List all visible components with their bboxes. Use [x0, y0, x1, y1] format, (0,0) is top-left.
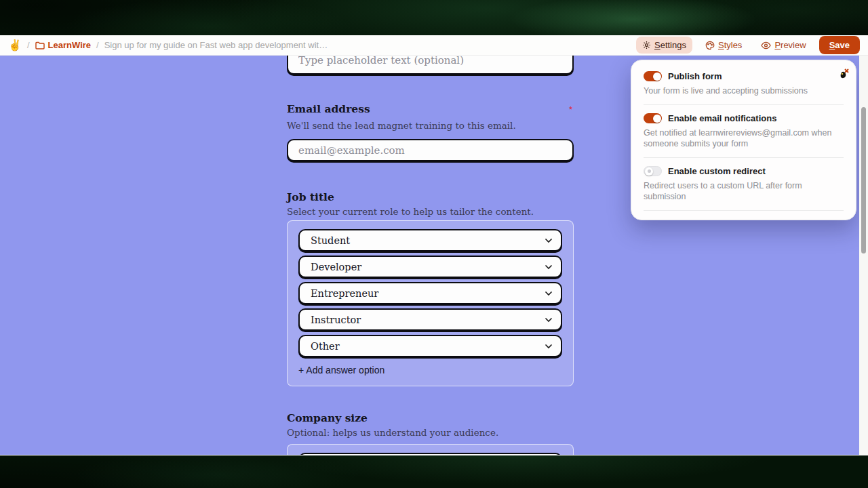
folder-icon [35, 41, 45, 49]
option-label: Student [311, 235, 545, 246]
email-field-help: We'll send the lead magnet training to t… [287, 120, 516, 131]
chevron-down-icon [545, 291, 553, 296]
app-viewport: ✌ / LearnWire / Sign up for my guide on … [0, 35, 868, 455]
email-notifications-row: Enable email notifications Get notified … [644, 113, 844, 149]
email-notifications-desc: Get notified at learnwirereviews@gmail.c… [644, 127, 844, 149]
job-title-label: Job title [287, 190, 334, 203]
option-select-student[interactable]: Student [298, 229, 562, 251]
app-logo-icon[interactable]: ✌ [8, 40, 22, 51]
email-notifications-label: Enable email notifications [668, 113, 776, 123]
divider [644, 104, 844, 105]
top-toolbar: ✌ / LearnWire / Sign up for my guide on … [0, 35, 868, 56]
scrollbar-thumb[interactable] [861, 107, 866, 253]
placeholder-text-input[interactable] [287, 56, 574, 75]
option-label: Other [311, 341, 545, 352]
email-notifications-toggle[interactable] [644, 113, 662, 123]
breadcrumb: ✌ / LearnWire / Sign up for my guide on … [8, 40, 328, 51]
add-answer-option-button[interactable]: + Add answer option [298, 363, 384, 377]
custom-redirect-toggle[interactable] [644, 166, 662, 176]
breadcrumb-workspace[interactable]: LearnWire [35, 40, 91, 50]
palette-icon [705, 41, 715, 50]
company-size-select[interactable] [298, 453, 562, 455]
email-field-label: Email address [287, 102, 370, 115]
publish-form-toggle[interactable] [644, 71, 662, 81]
publish-form-row: Publish form Your form is live and accep… [644, 71, 844, 96]
backdrop-texture-top [0, 0, 868, 35]
custom-redirect-desc: Redirect users to a custom URL after for… [644, 180, 844, 202]
chevron-down-icon [545, 264, 553, 270]
styles-button[interactable]: Styles [699, 37, 748, 54]
chevron-down-icon [545, 344, 553, 349]
job-title-help: Select your current role to help us tail… [287, 206, 534, 217]
save-button[interactable]: Save [819, 36, 860, 54]
breadcrumb-form-title: Sign up for my guide on Fast web app dev… [104, 40, 328, 50]
form-column: Email address * We'll send the lead magn… [287, 56, 574, 455]
scrollbar-track[interactable] [859, 56, 868, 455]
option-select-other[interactable]: Other [298, 335, 562, 357]
settings-popover: Publish form Your form is live and accep… [631, 60, 856, 220]
breadcrumb-separator: / [27, 40, 30, 50]
company-size-label: Company size [287, 411, 368, 424]
option-select-developer[interactable]: Developer [298, 256, 562, 278]
settings-button[interactable]: Settings [636, 37, 692, 54]
save-button-label: Save [829, 40, 850, 50]
email-input[interactable] [287, 139, 574, 161]
required-asterisk: * [569, 104, 572, 115]
custom-redirect-row: Enable custom redirect Redirect users to… [644, 166, 844, 202]
chevron-down-icon [545, 238, 553, 243]
chevron-down-icon [545, 317, 553, 323]
publish-form-label: Publish form [668, 71, 722, 81]
divider [644, 210, 844, 211]
toolbar-actions: Settings Styles Previe [636, 36, 860, 54]
backdrop-texture-bottom [0, 455, 868, 488]
breadcrumb-separator: / [96, 40, 99, 50]
option-label: Developer [311, 262, 545, 272]
option-label: Instructor [311, 314, 545, 325]
preview-button[interactable]: Preview [755, 37, 812, 54]
divider [644, 157, 844, 158]
option-label: Entrepreneur [311, 288, 545, 299]
publish-form-desc: Your form is live and accepting submissi… [644, 85, 844, 96]
gear-icon [642, 41, 651, 49]
option-select-instructor[interactable]: Instructor [298, 308, 562, 331]
styles-button-label: Styles [718, 40, 742, 50]
eye-icon [761, 41, 771, 49]
form-canvas: Email address * We'll send the lead magn… [0, 56, 868, 455]
job-title-options-card: Student Developer Entrepreneur Instructo… [287, 220, 574, 386]
screen: ✌ / LearnWire / Sign up for my guide on … [0, 0, 868, 488]
company-size-card [287, 444, 574, 455]
settings-button-label: Settings [654, 40, 686, 50]
option-select-entrepreneur[interactable]: Entrepreneur [298, 282, 562, 304]
custom-redirect-label: Enable custom redirect [668, 166, 766, 176]
workspace-name: LearnWire [48, 40, 91, 50]
pointer-cursor-icon [838, 67, 850, 79]
preview-button-label: Preview [774, 40, 806, 50]
company-size-help: Optional: helps us understand your audie… [287, 427, 498, 438]
